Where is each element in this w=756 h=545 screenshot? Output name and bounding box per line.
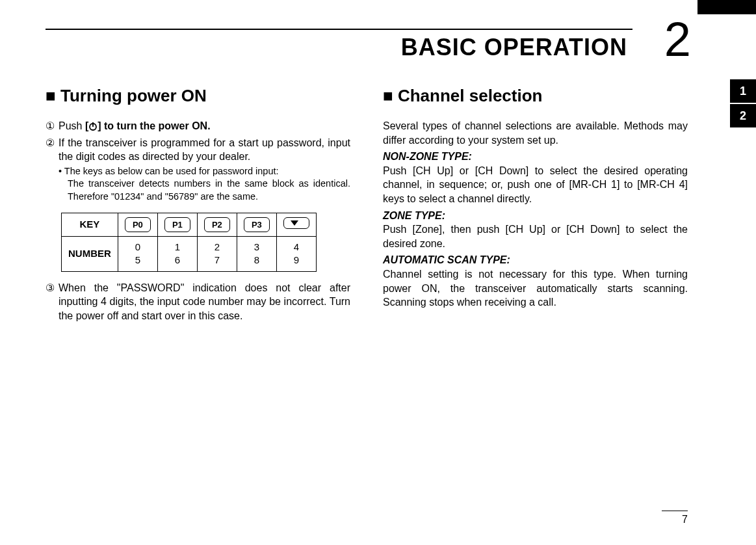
channel-intro: Several types of channel selections are … — [383, 119, 688, 147]
note-bullet: • The keys as below can be used for pass… — [59, 165, 350, 178]
num-cell-2: 2 7 — [197, 237, 237, 272]
keycap-p0: P0 — [125, 217, 151, 233]
step-number-2: ② — [46, 136, 55, 164]
table-key-label: KEY — [62, 213, 118, 237]
num-cell-0: 0 5 — [118, 237, 157, 272]
key-down — [276, 213, 316, 237]
num-bottom-7: 7 — [204, 254, 230, 267]
nonzone-heading: NON-ZONE TYPE: — [383, 151, 472, 162]
num-top-2: 2 — [204, 241, 230, 254]
content-columns: ■ Turning power ON ① Push [] to turn the… — [46, 85, 688, 324]
step-2: ② If the transceiver is programmed for a… — [46, 136, 350, 164]
side-tab-2: 2 — [730, 104, 756, 127]
keycap-p2: P2 — [204, 217, 230, 233]
right-column: ■ Channel selection Several types of cha… — [383, 85, 688, 324]
step-1-text: Push [] to turn the power ON. — [59, 119, 350, 135]
num-cell-4: 4 9 — [276, 237, 316, 272]
document-page: BASIC OPERATION 2 1 2 ■ Turning power ON… — [0, 0, 756, 545]
zone-heading: ZONE TYPE: — [383, 210, 445, 221]
footer-rule — [662, 511, 688, 511]
table-number-label: NUMBER — [62, 237, 118, 272]
step1-post: ] to turn the power ON. — [98, 120, 210, 131]
num-top-1: 1 — [164, 241, 190, 254]
page-number: 7 — [682, 514, 688, 525]
note-detail: The transceiver detects numbers in the s… — [68, 178, 350, 203]
nonzone-block: NON-ZONE TYPE: Push [CH Up] or [CH Down]… — [383, 150, 688, 206]
nonzone-body: Push [CH Up] or [CH Down] to select the … — [383, 165, 688, 204]
key-p1: P1 — [157, 213, 197, 237]
step1-pre: Push — [59, 120, 85, 131]
left-column: ■ Turning power ON ① Push [] to turn the… — [46, 85, 350, 324]
key-p0: P0 — [118, 213, 157, 237]
zone-body: Push [Zone], then push [CH Up] or [CH Do… — [383, 224, 688, 249]
num-cell-1: 1 6 — [157, 237, 197, 272]
num-top-4: 4 — [283, 241, 309, 254]
side-tab-container: 1 2 — [730, 79, 756, 129]
num-top-3: 3 — [244, 241, 270, 254]
auto-heading: AUTOMATIC SCAN TYPE: — [383, 254, 510, 265]
num-bottom-5: 5 — [125, 254, 151, 267]
svg-marker-2 — [291, 220, 298, 226]
section-bullet-icon-2: ■ — [383, 86, 393, 105]
num-top-0: 0 — [125, 241, 151, 254]
header-rule — [46, 29, 632, 30]
num-bottom-6: 6 — [164, 254, 190, 267]
auto-block: AUTOMATIC SCAN TYPE: Channel setting is … — [383, 253, 688, 309]
power-icon — [88, 120, 98, 135]
section-bullet-icon: ■ — [46, 86, 56, 105]
section-title-text: Turning power ON — [60, 86, 207, 105]
step-2-text: If the transceiver is programmed for a s… — [59, 136, 350, 164]
step-3: ③ When the "PASSWORD" indication does no… — [46, 281, 350, 323]
num-bottom-9: 9 — [283, 254, 309, 267]
chapter-number: 2 — [664, 16, 691, 64]
auto-body: Channel setting is not necessary for thi… — [383, 269, 688, 308]
keycap-down-icon — [283, 217, 309, 229]
keycap-p1: P1 — [164, 217, 190, 233]
zone-block: ZONE TYPE: Push [Zone], then push [CH Up… — [383, 209, 688, 251]
num-bottom-8: 8 — [244, 254, 270, 267]
key-p3: P3 — [237, 213, 276, 237]
step-number-1: ① — [46, 119, 55, 135]
top-right-black-tab — [697, 0, 756, 14]
section-title-power-on: ■ Turning power ON — [46, 85, 350, 107]
chapter-title: BASIC OPERATION — [401, 34, 627, 61]
step-number-3: ③ — [46, 281, 55, 323]
step-1: ① Push [] to turn the power ON. — [46, 119, 350, 135]
side-tab-1: 1 — [730, 79, 756, 103]
num-cell-3: 3 8 — [237, 237, 276, 272]
section-title-text-2: Channel selection — [398, 86, 543, 105]
step-3-text: When the "PASSWORD" indication does not … — [59, 281, 350, 323]
key-p2: P2 — [197, 213, 237, 237]
password-key-table: KEY P0 P1 P2 P3 NUMBER 0 5 1 6 — [61, 213, 317, 272]
section-title-channel-selection: ■ Channel selection — [383, 85, 688, 107]
keycap-p3: P3 — [244, 217, 270, 233]
